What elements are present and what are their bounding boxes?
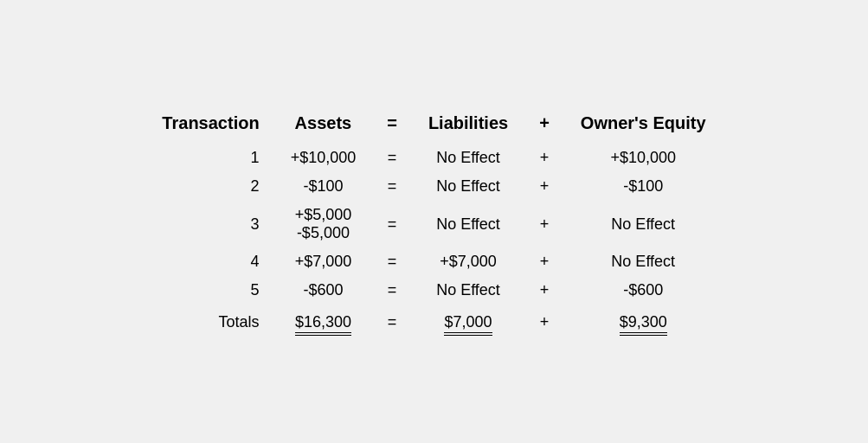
row2-transaction: 2 (146, 172, 274, 201)
header-liabilities: Liabilities (413, 106, 524, 144)
row2-plus: + (524, 172, 565, 201)
header-transaction: Transaction (146, 106, 274, 144)
row5-plus: + (524, 276, 565, 305)
header-equity: Owner's Equity (565, 106, 722, 144)
row3-assets-line2: -$5,000 (297, 224, 350, 242)
table-row: 5 -$600 = No Effect + -$600 (146, 276, 721, 305)
row1-eq: = (371, 144, 413, 172)
row3-eq: = (371, 201, 413, 247)
row3-equity: No Effect (565, 201, 722, 247)
totals-row: Totals $16,300 = $7,000 + $9,300 (146, 305, 721, 337)
header-assets: Assets (275, 106, 372, 144)
row4-plus: + (524, 247, 565, 276)
row3-liabilities: No Effect (413, 201, 524, 247)
accounting-table: Transaction Assets = Liabilities + Owner… (112, 80, 755, 363)
totals-equity-value: $9,300 (620, 313, 667, 336)
row5-equity: -$600 (565, 276, 722, 305)
totals-plus: + (524, 305, 565, 337)
row5-transaction: 5 (146, 276, 274, 305)
row5-liabilities: No Effect (413, 276, 524, 305)
row3-assets-line1: +$5,000 (295, 206, 352, 224)
header-row: Transaction Assets = Liabilities + Owner… (146, 106, 721, 144)
row2-liabilities: No Effect (413, 172, 524, 201)
row1-liabilities: No Effect (413, 144, 524, 172)
header-plus: + (524, 106, 565, 144)
row4-equity: No Effect (565, 247, 722, 276)
row5-assets: -$600 (275, 276, 372, 305)
row2-assets: -$100 (275, 172, 372, 201)
table-row: 2 -$100 = No Effect + -$100 (146, 172, 721, 201)
row4-liabilities: +$7,000 (413, 247, 524, 276)
row3-plus: + (524, 201, 565, 247)
row3-assets: +$5,000 -$5,000 (275, 201, 372, 247)
row4-transaction: 4 (146, 247, 274, 276)
totals-liabilities: $7,000 (413, 305, 524, 337)
header-eq1: = (371, 106, 413, 144)
row1-transaction: 1 (146, 144, 274, 172)
totals-equity: $9,300 (565, 305, 722, 337)
row1-equity: +$10,000 (565, 144, 722, 172)
totals-assets-value: $16,300 (295, 313, 351, 336)
row2-equity: -$100 (565, 172, 722, 201)
table-row: 4 +$7,000 = +$7,000 + No Effect (146, 247, 721, 276)
totals-label: Totals (146, 305, 274, 337)
row2-eq: = (371, 172, 413, 201)
row1-assets: +$10,000 (275, 144, 372, 172)
table-row: 3 +$5,000 -$5,000 = No Effect + No Effec… (146, 201, 721, 247)
row4-assets: +$7,000 (275, 247, 372, 276)
table-row: 1 +$10,000 = No Effect + +$10,000 (146, 144, 721, 172)
row1-plus: + (524, 144, 565, 172)
totals-liabilities-value: $7,000 (444, 313, 492, 336)
row3-transaction: 3 (146, 201, 274, 247)
totals-eq: = (371, 305, 413, 337)
row5-eq: = (371, 276, 413, 305)
row4-eq: = (371, 247, 413, 276)
totals-assets: $16,300 (275, 305, 372, 337)
